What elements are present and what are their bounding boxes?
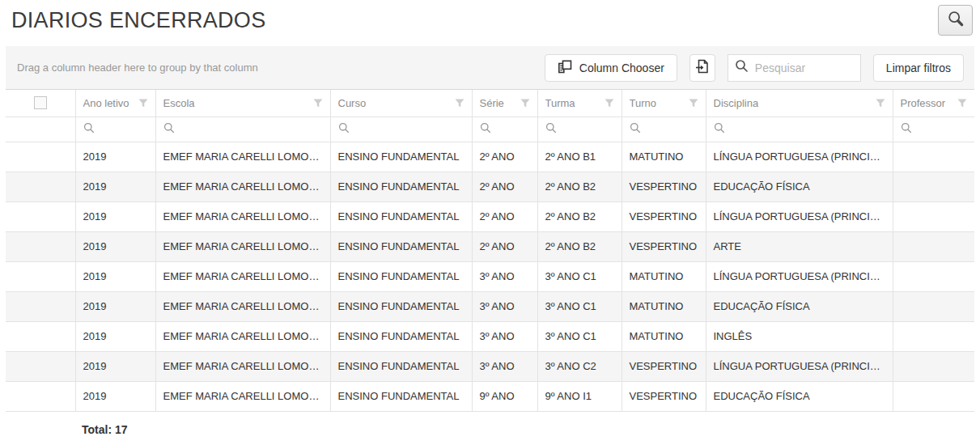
group-panel[interactable]: Drag a column header here to group by th…	[17, 61, 532, 74]
column-header-select[interactable]	[6, 90, 75, 117]
column-header-curso[interactable]: Curso	[330, 90, 472, 117]
cell-professor[interactable]	[893, 201, 974, 231]
cell-turma[interactable]: 2º ANO B1	[537, 142, 622, 172]
table-row[interactable]: 2019EMEF MARIA CARELLI LOMONTEENSINO FUN…	[6, 291, 974, 321]
row-select-cell[interactable]	[6, 321, 75, 351]
cell-curso[interactable]: ENSINO FUNDAMENTAL	[330, 321, 472, 351]
cell-serie[interactable]: 2º ANO	[472, 142, 537, 172]
cell-serie[interactable]: 2º ANO	[472, 172, 537, 201]
cell-escola[interactable]: EMEF MARIA CARELLI LOMONTE	[155, 172, 330, 201]
cell-escola[interactable]: EMEF MARIA CARELLI LOMONTE	[155, 231, 330, 261]
cell-escola[interactable]: EMEF MARIA CARELLI LOMONTE	[155, 381, 330, 411]
cell-turma[interactable]: 2º ANO B2	[537, 201, 622, 231]
cell-curso[interactable]: ENSINO FUNDAMENTAL	[330, 231, 472, 261]
cell-turno[interactable]: VESPERTINO	[622, 381, 706, 411]
clear-filters-button[interactable]: Limpar filtros	[873, 54, 964, 82]
table-row[interactable]: 2019EMEF MARIA CARELLI LOMONTEENSINO FUN…	[6, 201, 974, 231]
cell-curso[interactable]: ENSINO FUNDAMENTAL	[330, 172, 472, 201]
cell-curso[interactable]: ENSINO FUNDAMENTAL	[330, 142, 472, 172]
cell-ano-letivo[interactable]: 2019	[75, 321, 155, 351]
table-row[interactable]: 2019EMEF MARIA CARELLI LOMONTEENSINO FUN…	[6, 231, 974, 261]
cell-professor[interactable]	[893, 142, 974, 172]
export-button[interactable]	[689, 54, 715, 82]
cell-curso[interactable]: ENSINO FUNDAMENTAL	[330, 351, 472, 381]
cell-turma[interactable]: 2º ANO B2	[537, 231, 622, 261]
table-row[interactable]: 2019EMEF MARIA CARELLI LOMONTEENSINO FUN…	[6, 142, 974, 172]
cell-disciplina[interactable]: EDUCAÇÃO FÍSICA	[706, 172, 893, 201]
filter-cell-serie[interactable]	[472, 117, 537, 142]
filter-cell-disciplina[interactable]	[706, 117, 893, 142]
search-toggle-button[interactable]	[938, 5, 973, 36]
row-select-cell[interactable]	[6, 172, 75, 201]
filter-funnel-icon[interactable]	[689, 99, 698, 108]
cell-disciplina[interactable]: LÍNGUA PORTUGUESA (PRINCIPAL)	[706, 351, 893, 381]
cell-escola[interactable]: EMEF MARIA CARELLI LOMONTE	[155, 201, 330, 231]
cell-professor[interactable]	[893, 351, 974, 381]
cell-curso[interactable]: ENSINO FUNDAMENTAL	[330, 261, 472, 291]
cell-turno[interactable]: MATUTINO	[622, 321, 706, 351]
cell-ano-letivo[interactable]: 2019	[75, 291, 155, 321]
filter-cell-turma[interactable]	[537, 117, 622, 142]
cell-turma[interactable]: 2º ANO B2	[537, 172, 622, 201]
cell-turno[interactable]: VESPERTINO	[622, 172, 706, 201]
row-select-cell[interactable]	[6, 142, 75, 172]
column-header-serie[interactable]: Série	[472, 90, 537, 117]
cell-serie[interactable]: 2º ANO	[472, 201, 537, 231]
cell-turno[interactable]: MATUTINO	[622, 261, 706, 291]
filter-funnel-icon[interactable]	[605, 99, 614, 108]
search-input[interactable]	[753, 61, 854, 75]
row-select-cell[interactable]	[6, 381, 75, 411]
cell-turma[interactable]: 3º ANO C1	[537, 261, 622, 291]
column-header-escola[interactable]: Escola	[155, 90, 330, 117]
column-chooser-button[interactable]: Column Chooser	[545, 54, 677, 82]
cell-escola[interactable]: EMEF MARIA CARELLI LOMONTE	[155, 351, 330, 381]
select-all-checkbox[interactable]	[34, 96, 47, 109]
cell-turno[interactable]: MATUTINO	[622, 291, 706, 321]
cell-serie[interactable]: 3º ANO	[472, 351, 537, 381]
cell-escola[interactable]: EMEF MARIA CARELLI LOMONTE	[155, 291, 330, 321]
filter-funnel-icon[interactable]	[313, 99, 323, 108]
cell-curso[interactable]: ENSINO FUNDAMENTAL	[330, 201, 472, 231]
filter-funnel-icon[interactable]	[138, 99, 148, 108]
cell-ano-letivo[interactable]: 2019	[75, 231, 155, 261]
filter-funnel-icon[interactable]	[876, 99, 885, 108]
cell-ano-letivo[interactable]: 2019	[75, 381, 155, 411]
filter-funnel-icon[interactable]	[455, 99, 465, 108]
filter-cell-curso[interactable]	[330, 117, 472, 142]
table-row[interactable]: 2019EMEF MARIA CARELLI LOMONTEENSINO FUN…	[6, 261, 974, 291]
table-row[interactable]: 2019EMEF MARIA CARELLI LOMONTEENSINO FUN…	[6, 172, 974, 201]
cell-disciplina[interactable]: ARTE	[706, 231, 893, 261]
cell-serie[interactable]: 9º ANO	[472, 381, 537, 411]
filter-cell-professor[interactable]	[893, 117, 974, 142]
cell-escola[interactable]: EMEF MARIA CARELLI LOMONTE	[155, 321, 330, 351]
cell-disciplina[interactable]: LÍNGUA PORTUGUESA (PRINCIPAL)	[706, 261, 893, 291]
cell-turma[interactable]: 3º ANO C1	[537, 291, 622, 321]
cell-professor[interactable]	[893, 321, 974, 351]
row-select-cell[interactable]	[6, 261, 75, 291]
cell-turma[interactable]: 9º ANO I1	[537, 381, 622, 411]
cell-ano-letivo[interactable]: 2019	[75, 351, 155, 381]
cell-serie[interactable]: 2º ANO	[472, 231, 537, 261]
column-header-turno[interactable]: Turno	[622, 90, 706, 117]
cell-curso[interactable]: ENSINO FUNDAMENTAL	[330, 291, 472, 321]
cell-professor[interactable]	[893, 261, 974, 291]
cell-serie[interactable]: 3º ANO	[472, 321, 537, 351]
cell-escola[interactable]: EMEF MARIA CARELLI LOMONTE	[155, 142, 330, 172]
filter-cell-turno[interactable]	[622, 117, 706, 142]
cell-turno[interactable]: MATUTINO	[622, 142, 706, 172]
cell-turma[interactable]: 3º ANO C2	[537, 351, 622, 381]
cell-disciplina[interactable]: LÍNGUA PORTUGUESA (PRINCIPAL)	[706, 142, 893, 172]
cell-ano-letivo[interactable]: 2019	[75, 201, 155, 231]
table-row[interactable]: 2019EMEF MARIA CARELLI LOMONTEENSINO FUN…	[6, 351, 974, 381]
table-row[interactable]: 2019EMEF MARIA CARELLI LOMONTEENSINO FUN…	[6, 381, 974, 411]
cell-professor[interactable]	[893, 231, 974, 261]
filter-funnel-icon[interactable]	[957, 99, 967, 108]
column-header-ano-letivo[interactable]: Ano letivo	[75, 90, 155, 117]
row-select-cell[interactable]	[6, 201, 75, 231]
cell-escola[interactable]: EMEF MARIA CARELLI LOMONTE	[155, 261, 330, 291]
cell-professor[interactable]	[893, 172, 974, 201]
row-select-cell[interactable]	[6, 351, 75, 381]
cell-serie[interactable]: 3º ANO	[472, 261, 537, 291]
column-header-professor[interactable]: Professor	[893, 90, 974, 117]
cell-turma[interactable]: 3º ANO C1	[537, 321, 622, 351]
